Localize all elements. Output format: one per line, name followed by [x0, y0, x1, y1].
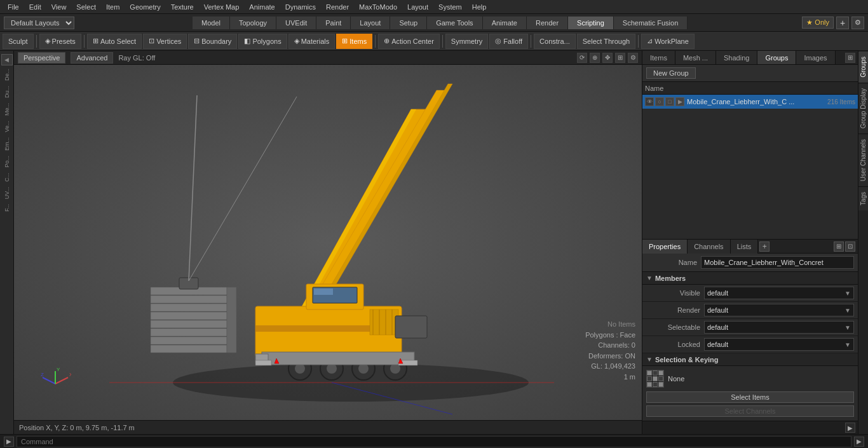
layout-tab-topology[interactable]: Topology: [230, 17, 276, 29]
viewport-tab-advanced[interactable]: Advanced: [71, 52, 113, 64]
select-items-button[interactable]: Select Items: [646, 391, 854, 403]
lock-icon[interactable]: □: [665, 97, 674, 106]
presets-button[interactable]: ◈ Presets: [39, 34, 81, 49]
vertices-button[interactable]: ⊡ Vertices: [143, 34, 187, 49]
panel-expand-arrow[interactable]: ▶: [845, 423, 855, 433]
menu-texture[interactable]: Texture: [166, 2, 199, 12]
viewport-icon-zoom[interactable]: ⊕: [590, 53, 600, 63]
command-expand-button[interactable]: ▶: [4, 437, 14, 447]
polygons-button[interactable]: ◧ Polygons: [238, 34, 287, 49]
falloff-button[interactable]: ◎ Falloff: [489, 34, 528, 49]
new-group-button[interactable]: New Group: [646, 67, 696, 79]
menu-select[interactable]: Select: [71, 2, 101, 12]
viewport-icon-pan[interactable]: ✥: [602, 53, 613, 63]
menu-render[interactable]: Render: [321, 2, 354, 12]
rp-tab-images[interactable]: Images: [796, 51, 835, 64]
menu-vertex-map[interactable]: Vertex Map: [199, 2, 245, 12]
svg-rect-39: [395, 316, 427, 338]
rp-expand-icon[interactable]: ⊞: [845, 53, 855, 63]
menu-system[interactable]: System: [433, 2, 467, 12]
locked-dropdown[interactable]: default ▼: [704, 338, 854, 351]
left-strip-label-0[interactable]: De...: [3, 66, 11, 83]
sel-keying-section-header[interactable]: ▼ Selection & Keying: [642, 353, 858, 366]
command-right-button[interactable]: ▶: [854, 437, 864, 447]
viewport-icon-settings[interactable]: ⚙: [628, 53, 638, 63]
viewport-icon-rotate[interactable]: ⟳: [577, 53, 587, 63]
materials-button[interactable]: ◈ Materials: [288, 34, 336, 49]
boundary-button[interactable]: ⊟ Boundary: [188, 34, 237, 49]
groups-item-crane[interactable]: 👁 ○ □ ▶ Mobile_Crane_Liebherr_With_C ...…: [642, 95, 858, 109]
add-layout-button[interactable]: +: [836, 17, 849, 29]
left-strip-label-1[interactable]: Du...: [3, 83, 11, 100]
menu-view[interactable]: View: [46, 2, 72, 12]
render-dropdown[interactable]: default ▼: [704, 304, 854, 316]
workplane-button[interactable]: ⊿ WorkPlane: [641, 34, 695, 49]
menu-help[interactable]: Help: [467, 2, 492, 12]
layout-tab-schematic[interactable]: Schematic Fusion: [614, 17, 688, 29]
groups-list[interactable]: 👁 ○ □ ▶ Mobile_Crane_Liebherr_With_C ...…: [642, 95, 858, 239]
props-tab-channels[interactable]: Channels: [688, 240, 730, 254]
layout-tab-gametools[interactable]: Game Tools: [427, 17, 483, 29]
expand-icon[interactable]: ▶: [675, 97, 684, 106]
selectable-dropdown[interactable]: default ▼: [704, 321, 854, 334]
viewport-tab-perspective[interactable]: Perspective: [18, 52, 65, 64]
select-channels-button[interactable]: Select Channels: [646, 405, 854, 417]
left-strip-label-6[interactable]: C...: [3, 170, 11, 184]
menu-maxtomodo[interactable]: MaxToModo: [354, 2, 402, 12]
left-strip-label-2[interactable]: Me...: [3, 100, 11, 118]
right-vtab-tags[interactable]: Tags: [858, 186, 868, 210]
menu-edit[interactable]: Edit: [24, 2, 46, 12]
select-through-button[interactable]: Select Through: [577, 34, 635, 49]
props-expand-button[interactable]: ⊞: [834, 241, 844, 252]
props-name-input[interactable]: [701, 256, 854, 269]
layout-tab-setup[interactable]: Setup: [390, 17, 427, 29]
layout-tab-paint[interactable]: Paint: [316, 17, 351, 29]
left-strip-label-5[interactable]: Po...: [3, 153, 11, 170]
right-vtab-groups[interactable]: Groups: [858, 51, 868, 83]
left-strip-label-3[interactable]: Ve...: [3, 118, 11, 135]
viewport[interactable]: X Z Y No Items Polygons : Face Channels:…: [14, 65, 642, 420]
symmetry-button[interactable]: Symmetry: [445, 34, 489, 49]
menu-animate[interactable]: Animate: [244, 2, 280, 12]
layout-tab-animate[interactable]: Animate: [483, 17, 527, 29]
viewport-icon-fit[interactable]: ⊞: [615, 53, 625, 63]
menu-file[interactable]: File: [3, 2, 24, 12]
layout-select[interactable]: Default Layouts: [4, 17, 74, 29]
layout-tab-scripting[interactable]: Scripting: [568, 17, 614, 29]
render-icon[interactable]: ○: [655, 97, 664, 106]
layout-tab-uvedit[interactable]: UVEdit: [276, 17, 316, 29]
menu-item[interactable]: Item: [101, 2, 125, 12]
rp-tab-shading[interactable]: Shading: [716, 51, 757, 64]
props-detach-button[interactable]: ⊡: [845, 241, 855, 252]
right-vtab-group-display[interactable]: Group Display: [858, 83, 868, 133]
rp-tab-items[interactable]: Items: [642, 51, 675, 64]
left-strip-label-4[interactable]: Em...: [3, 135, 11, 153]
layout-tab-model[interactable]: Model: [193, 17, 230, 29]
star-badge[interactable]: ★ Only: [802, 17, 834, 29]
left-strip-toggle[interactable]: ◀: [1, 54, 13, 65]
menu-geometry[interactable]: Geometry: [125, 2, 165, 12]
props-tab-properties[interactable]: Properties: [642, 240, 688, 254]
visible-dropdown[interactable]: default ▼: [704, 287, 854, 299]
left-strip-label-8[interactable]: F...: [3, 201, 11, 214]
items-button[interactable]: ⊞ Items: [336, 34, 372, 49]
auto-select-button[interactable]: ⊞ Auto Select: [87, 34, 142, 49]
props-tab-lists[interactable]: Lists: [731, 240, 759, 254]
rp-tab-mesh[interactable]: Mesh ...: [675, 51, 716, 64]
visibility-icon[interactable]: 👁: [645, 97, 654, 106]
rp-tab-groups[interactable]: Groups: [757, 51, 796, 64]
sculpt-button[interactable]: Sculpt: [3, 34, 34, 49]
props-add-tab-button[interactable]: +: [759, 241, 770, 252]
left-strip-label-7[interactable]: UV...: [3, 184, 11, 201]
action-center-button[interactable]: ⊕ Action Center: [378, 34, 440, 49]
right-vtab-user-channels[interactable]: User Channels: [858, 133, 868, 186]
layout-tab-render[interactable]: Render: [527, 17, 568, 29]
gear-button[interactable]: ⚙: [851, 17, 864, 29]
selectable-dropdown-arrow: ▼: [844, 324, 851, 331]
layout-tab-layout[interactable]: Layout: [351, 17, 390, 29]
command-input[interactable]: [17, 436, 851, 447]
menu-dynamics[interactable]: Dynamics: [280, 2, 321, 12]
constraints-button[interactable]: Constra...: [534, 34, 576, 49]
members-section-header[interactable]: ▼ Members: [642, 272, 858, 285]
menu-layout[interactable]: Layout: [402, 2, 433, 12]
